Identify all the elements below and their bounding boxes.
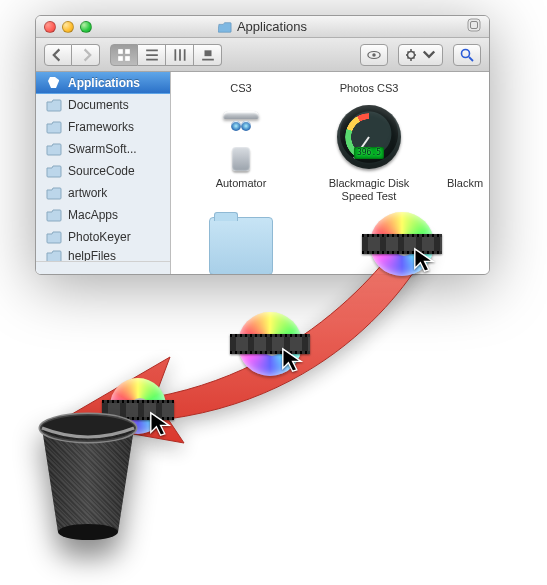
view-mode-buttons [110,44,222,66]
toolbar [36,38,489,72]
app-item-photos-cs3[interactable]: Photos CS3 [319,72,419,95]
trash-icon[interactable] [28,400,148,550]
sidebar-item-label: helpFiles [68,249,116,263]
sidebar-item-label: Frameworks [68,120,134,134]
sidebar-item-label: Applications [68,76,140,90]
gear-icon [405,48,419,62]
sidebar-item-photokeyer[interactable]: PhotoKeyer [36,226,170,248]
icon-view-button[interactable] [110,44,138,66]
folder-icon [46,229,62,245]
app-label: Photos CS3 [319,82,419,95]
svg-rect-5 [125,56,130,61]
search-button[interactable] [453,44,481,66]
dragged-item-3 [110,378,166,434]
svg-point-10 [462,49,470,57]
gauge-lcd: 396.5 [354,147,384,159]
folder-icon [46,185,62,201]
drag-arrow-illustration [60,225,440,445]
svg-point-15 [58,524,118,540]
sidebar-item-frameworks[interactable]: Frameworks [36,116,170,138]
columns-icon [173,48,187,62]
svg-rect-1 [471,22,478,29]
folder-icon [46,248,62,262]
applications-folder-icon [218,20,232,34]
automator-icon [205,101,277,173]
svg-rect-3 [125,49,130,54]
nav-buttons [44,44,100,66]
sidebar-item-macapps[interactable]: MacApps [36,204,170,226]
back-button[interactable] [44,44,72,66]
coverflow-icon [201,48,215,62]
svg-point-9 [408,51,415,58]
close-button[interactable] [44,21,56,33]
svg-point-12 [40,414,136,442]
app-item-blackmagic-disk-speed-test[interactable]: 396.5 Blackmagic Disk Speed Test [319,101,419,203]
cursor-3 [148,410,176,438]
dragged-item-2 [238,312,302,376]
folder-icon [46,97,62,113]
app-label: Blackmagic Disk Speed Test [319,177,419,203]
coverflow-view-button[interactable] [194,44,222,66]
sidebar-item-helpfiles[interactable]: helpFiles [36,248,170,262]
cursor-icon [280,346,308,374]
svg-rect-6 [204,50,211,56]
folder-icon [46,119,62,135]
finder-window: Applications [35,15,490,275]
cursor-icon [148,410,176,438]
forward-button[interactable] [72,44,100,66]
sidebar-item-label: MacApps [68,208,118,222]
chevron-down-icon [422,48,436,62]
svg-rect-0 [468,19,480,31]
cursor-icon [412,246,440,274]
zoom-button[interactable] [80,21,92,33]
folder-icon [46,163,62,179]
eye-icon [367,48,381,62]
cursor-1 [412,246,440,274]
app-label: CS3 [191,82,291,95]
sidebar-item-applications[interactable]: Applications [36,72,170,94]
titlebar[interactable]: Applications [36,16,489,38]
svg-point-8 [372,53,376,57]
svg-point-13 [40,414,136,442]
column-view-button[interactable] [166,44,194,66]
svg-rect-2 [118,49,123,54]
arrow-icon [60,225,440,445]
applications-icon [46,75,62,91]
minimize-button[interactable] [62,21,74,33]
folder-icon [46,141,62,157]
search-icon [460,48,474,62]
gauge-icon: 396.5 [333,101,405,173]
app-label: Blackm [447,177,477,190]
list-icon [145,48,159,62]
svg-point-7 [368,51,380,58]
cursor-2 [280,346,308,374]
sidebar-item-label: artwork [68,186,107,200]
app-item-automator[interactable]: Automator [191,101,291,203]
app-item-folder[interactable] [191,209,291,274]
sidebar-item-sourcecode[interactable]: SourceCode [36,160,170,182]
sidebar-item-documents[interactable]: Documents [36,94,170,116]
list-view-button[interactable] [138,44,166,66]
chevron-right-icon [79,48,93,62]
app-label: Automator [191,177,291,190]
sidebar-item-artwork[interactable]: artwork [36,182,170,204]
quick-look-button[interactable] [360,44,388,66]
folder-icon [46,207,62,223]
action-menu-button[interactable] [398,44,443,66]
folder-icon [205,209,277,274]
sidebar-item-label: PhotoKeyer [68,230,131,244]
sidebar-item-label: SwarmSoft... [68,142,137,156]
dragged-item-1 [370,212,434,276]
grid-icon [117,48,131,62]
app-item-blackmagic-cut[interactable]: Blackm [447,101,477,203]
content-area[interactable]: CS3 Photos CS3 Automator 396.5 [171,72,489,274]
svg-point-14 [40,414,136,442]
sidebar-item-label: SourceCode [68,164,135,178]
toolbar-toggle-button[interactable] [467,18,481,32]
window-title: Applications [36,19,489,34]
chevron-left-icon [51,48,65,62]
svg-rect-4 [118,56,123,61]
sidebar: Applications Documents Frameworks SwarmS… [36,72,171,274]
app-item-cs3[interactable]: CS3 [191,72,291,95]
sidebar-item-swarmsoft[interactable]: SwarmSoft... [36,138,170,160]
